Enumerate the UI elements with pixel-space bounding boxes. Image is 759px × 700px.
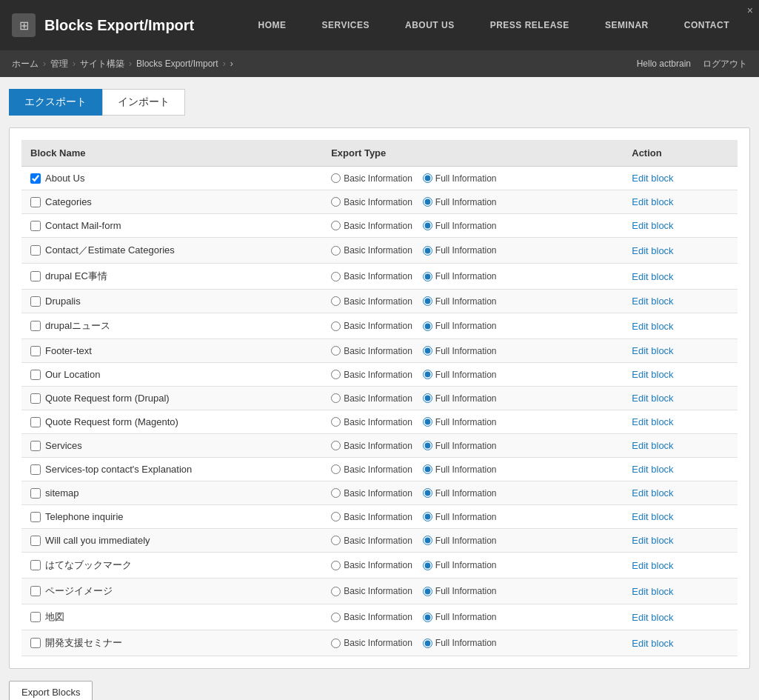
- nav-link-press-release[interactable]: PRESS RELEASE: [472, 20, 587, 30]
- radio-basic-5[interactable]: [331, 296, 341, 306]
- radio-full-9[interactable]: [423, 393, 432, 403]
- radio-basic-label[interactable]: Basic Information: [331, 370, 412, 380]
- radio-full-label[interactable]: Full Information: [423, 197, 497, 207]
- radio-full-label[interactable]: Full Information: [423, 296, 497, 307]
- checkbox-row-19[interactable]: [30, 638, 41, 648]
- breadcrumb-item-home[interactable]: ホーム: [12, 58, 39, 70]
- checkbox-row-16[interactable]: [30, 560, 41, 570]
- radio-basic-13[interactable]: [331, 488, 341, 498]
- edit-block-link-5[interactable]: Edit block: [632, 296, 673, 307]
- tab-export[interactable]: エクスポート: [9, 89, 102, 116]
- edit-block-link-17[interactable]: Edit block: [632, 586, 673, 597]
- close-button[interactable]: ×: [747, 4, 753, 16]
- checkbox-row-8[interactable]: [30, 370, 41, 380]
- checkbox-row-1[interactable]: [30, 197, 41, 207]
- radio-basic-12[interactable]: [331, 464, 341, 474]
- radio-basic-label[interactable]: Basic Information: [331, 197, 412, 207]
- edit-block-link-14[interactable]: Edit block: [632, 511, 673, 522]
- radio-full-8[interactable]: [423, 370, 432, 379]
- nav-link-seminar[interactable]: SEMINAR: [587, 20, 666, 30]
- radio-full-label[interactable]: Full Information: [423, 638, 497, 648]
- radio-basic-label[interactable]: Basic Information: [331, 536, 412, 546]
- edit-block-link-2[interactable]: Edit block: [632, 220, 673, 231]
- radio-full-label[interactable]: Full Information: [423, 464, 497, 475]
- radio-full-label[interactable]: Full Information: [423, 536, 497, 546]
- edit-block-link-7[interactable]: Edit block: [632, 345, 673, 356]
- checkbox-row-9[interactable]: [30, 393, 41, 404]
- radio-basic-label[interactable]: Basic Information: [331, 271, 412, 281]
- radio-full-4[interactable]: [423, 272, 432, 281]
- radio-full-label[interactable]: Full Information: [423, 370, 497, 380]
- nav-link-services[interactable]: SERVICES: [304, 20, 387, 30]
- radio-full-10[interactable]: [423, 417, 432, 427]
- radio-basic-label[interactable]: Basic Information: [331, 296, 412, 307]
- radio-basic-label[interactable]: Basic Information: [331, 173, 412, 184]
- breadcrumb-item-admin[interactable]: 管理: [50, 58, 68, 70]
- checkbox-row-2[interactable]: [30, 221, 41, 231]
- radio-basic-label[interactable]: Basic Information: [331, 321, 412, 331]
- radio-basic-label[interactable]: Basic Information: [331, 245, 412, 256]
- radio-full-label[interactable]: Full Information: [423, 221, 497, 231]
- radio-full-5[interactable]: [423, 296, 432, 306]
- checkbox-row-12[interactable]: [30, 464, 41, 475]
- tab-import[interactable]: インポート: [102, 89, 185, 116]
- checkbox-row-10[interactable]: [30, 417, 41, 427]
- checkbox-row-6[interactable]: [30, 321, 41, 331]
- logout-button[interactable]: ログアウト: [703, 58, 747, 70]
- radio-basic-14[interactable]: [331, 512, 341, 521]
- edit-block-link-19[interactable]: Edit block: [632, 638, 673, 649]
- export-blocks-button[interactable]: Export Blocks: [9, 681, 93, 700]
- edit-block-link-11[interactable]: Edit block: [632, 440, 673, 451]
- radio-basic-2[interactable]: [331, 221, 341, 230]
- edit-block-link-10[interactable]: Edit block: [632, 416, 673, 427]
- radio-full-label[interactable]: Full Information: [423, 441, 497, 451]
- checkbox-row-4[interactable]: [30, 271, 41, 281]
- checkbox-row-15[interactable]: [30, 536, 41, 546]
- radio-full-label[interactable]: Full Information: [423, 586, 497, 596]
- radio-full-0[interactable]: [423, 173, 432, 183]
- radio-basic-label[interactable]: Basic Information: [331, 638, 412, 648]
- radio-full-label[interactable]: Full Information: [423, 393, 497, 404]
- checkbox-row-3[interactable]: [30, 245, 41, 256]
- edit-block-link-6[interactable]: Edit block: [632, 321, 673, 332]
- radio-basic-6[interactable]: [331, 321, 341, 331]
- edit-block-link-4[interactable]: Edit block: [632, 271, 673, 282]
- radio-full-12[interactable]: [423, 464, 432, 474]
- checkbox-row-18[interactable]: [30, 612, 41, 622]
- radio-full-18[interactable]: [423, 613, 432, 622]
- breadcrumb-item-site[interactable]: サイト構築: [80, 58, 124, 70]
- checkbox-row-7[interactable]: [30, 346, 41, 356]
- edit-block-link-15[interactable]: Edit block: [632, 535, 673, 546]
- radio-basic-0[interactable]: [331, 173, 341, 183]
- edit-block-link-18[interactable]: Edit block: [632, 612, 673, 623]
- edit-block-link-9[interactable]: Edit block: [632, 393, 673, 404]
- edit-block-link-0[interactable]: Edit block: [632, 173, 673, 184]
- edit-block-link-3[interactable]: Edit block: [632, 245, 673, 256]
- edit-block-link-16[interactable]: Edit block: [632, 560, 673, 571]
- radio-full-3[interactable]: [423, 246, 432, 256]
- radio-basic-label[interactable]: Basic Information: [331, 560, 412, 570]
- radio-basic-label[interactable]: Basic Information: [331, 221, 412, 231]
- radio-basic-1[interactable]: [331, 197, 341, 207]
- radio-full-19[interactable]: [423, 639, 432, 648]
- checkbox-row-11[interactable]: [30, 441, 41, 451]
- radio-full-label[interactable]: Full Information: [423, 271, 497, 281]
- edit-block-link-8[interactable]: Edit block: [632, 369, 673, 380]
- radio-basic-11[interactable]: [331, 441, 341, 450]
- edit-block-link-13[interactable]: Edit block: [632, 487, 673, 499]
- nav-link-home[interactable]: HOME: [241, 20, 304, 30]
- radio-basic-label[interactable]: Basic Information: [331, 464, 412, 475]
- radio-basic-17[interactable]: [331, 587, 341, 596]
- checkbox-row-13[interactable]: [30, 488, 41, 499]
- radio-basic-label[interactable]: Basic Information: [331, 417, 412, 427]
- radio-full-label[interactable]: Full Information: [423, 346, 497, 356]
- radio-basic-label[interactable]: Basic Information: [331, 488, 412, 499]
- checkbox-row-5[interactable]: [30, 296, 41, 307]
- radio-full-label[interactable]: Full Information: [423, 488, 497, 499]
- radio-basic-label[interactable]: Basic Information: [331, 393, 412, 404]
- radio-full-14[interactable]: [423, 512, 432, 521]
- radio-full-6[interactable]: [423, 321, 432, 331]
- radio-full-label[interactable]: Full Information: [423, 173, 497, 184]
- radio-basic-label[interactable]: Basic Information: [331, 612, 412, 622]
- radio-basic-9[interactable]: [331, 393, 341, 403]
